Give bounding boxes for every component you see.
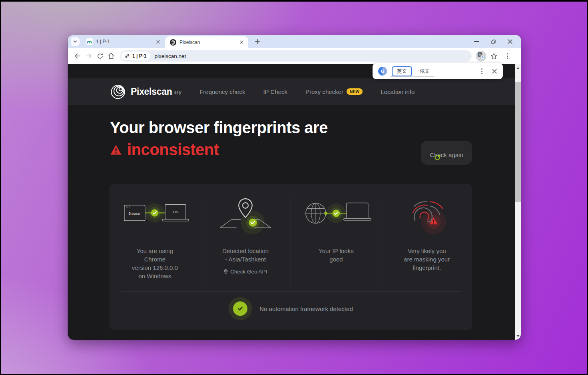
forward-button[interactable]: [83, 50, 94, 62]
horizontal-divider: [121, 291, 461, 292]
back-arrow-icon: [74, 52, 82, 60]
profile-favicon-icon: [86, 38, 93, 45]
site-pill-label: 1 | P-1: [132, 53, 146, 59]
panel-ip-text: Your IP looks good: [319, 247, 354, 263]
nav-proxy-checker[interactable]: Proxy checkerNEW: [305, 88, 363, 95]
translate-popup: G 英文 俄文: [373, 63, 503, 79]
page-scrollbar: [515, 64, 521, 340]
pixelscan-logo[interactable]: Pixelscan: [110, 78, 174, 105]
site-nav: Summary Frequency check IP Check Proxy c…: [156, 78, 415, 105]
nav-ip-check[interactable]: IP Check: [263, 88, 287, 95]
close-icon: [508, 39, 512, 44]
panel-location-text: Detected location - Asia/Tashkent: [222, 247, 269, 263]
browser-os-match-icon: Browser OS: [118, 195, 192, 236]
desktop-background: 1 | P-1 Pixelscan: [0, 0, 588, 375]
bookmark-button[interactable]: [488, 50, 499, 62]
chevron-down-icon: [72, 39, 78, 44]
close-icon: [156, 40, 160, 44]
refresh-green-icon: [434, 154, 441, 161]
home-button[interactable]: [106, 50, 117, 62]
location-check-icon: [208, 193, 283, 237]
nav-location-info[interactable]: Location info: [381, 88, 415, 95]
ip-check-icon: [299, 195, 373, 236]
tab-title: 1 | P-1: [96, 39, 155, 44]
minimize-icon: [474, 41, 479, 42]
tab-close-button[interactable]: [155, 38, 161, 45]
site-header: Summary Frequency check IP Check Proxy c…: [68, 78, 515, 105]
panel-location: Detected location - Asia/Tashkent Check …: [200, 184, 291, 286]
check-again-label: Check again: [421, 152, 472, 158]
new-badge: NEW: [347, 88, 363, 95]
translate-popup-actions: [480, 67, 497, 75]
scroll-up-button[interactable]: [515, 65, 521, 71]
panel-ip: Your IP looks good: [291, 184, 382, 286]
tab-title: Pixelscan: [179, 40, 238, 45]
translate-target-tab[interactable]: 俄文: [415, 66, 435, 76]
triangle-down-icon: [516, 335, 520, 337]
fingerprint-alert-icon: [390, 193, 464, 237]
panel-browser-os: Browser OS You are using Chrom: [110, 184, 200, 286]
automation-check-glow: [229, 297, 252, 320]
url-text: pixelscan.net: [154, 53, 186, 59]
panel-browser-os-text: You are using Chrome version 126.0.0.0 o…: [132, 247, 178, 280]
nav-proxy-label: Proxy checker: [305, 88, 343, 95]
browser-toolbar: 1 | P-1 pixelscan.net 文 G: [68, 48, 521, 64]
translate-icon: 文 G: [477, 52, 485, 60]
scroll-down-button[interactable]: [515, 333, 521, 339]
plus-icon: [255, 39, 260, 44]
page-title-line2: inconsistent: [110, 141, 219, 159]
nav-frequency-check[interactable]: Frequency check: [199, 88, 245, 95]
tune-icon: [124, 53, 130, 59]
page-content: Summary Frequency check IP Check Proxy c…: [68, 64, 521, 340]
forward-arrow-icon: [85, 52, 93, 60]
page-title-line1: Your browser fingerprints are: [110, 119, 328, 137]
svg-text:Browser: Browser: [129, 211, 141, 215]
close-icon: [240, 40, 243, 44]
brand-name: Pixelscan: [131, 86, 172, 97]
svg-text:OS: OS: [173, 210, 178, 214]
browser-menu-button[interactable]: [506, 52, 509, 60]
panel-fingerprint: Very likely you are masking your fingerp…: [381, 184, 472, 286]
site-info-pill[interactable]: 1 | P-1: [121, 52, 150, 60]
automation-status-row: No automation framework detected: [110, 297, 472, 320]
google-translate-icon: G: [378, 67, 387, 76]
refresh-icon: [96, 52, 104, 60]
back-button[interactable]: [72, 50, 83, 62]
restore-button[interactable]: [486, 36, 500, 47]
check-geo-api-link[interactable]: Check Geo API: [224, 269, 267, 275]
translate-options-button[interactable]: [480, 67, 484, 75]
pixelscan-spiral-icon: [110, 83, 127, 100]
tab-pixelscan[interactable]: Pixelscan: [165, 36, 248, 48]
translate-tabs-underline: [390, 76, 434, 77]
close-window-button[interactable]: [503, 36, 517, 47]
translate-button[interactable]: 文 G: [476, 51, 486, 62]
svg-text:G: G: [381, 69, 385, 74]
status-word: inconsistent: [127, 141, 219, 159]
translate-close-button[interactable]: [492, 69, 497, 74]
pixelscan-favicon-icon: [170, 39, 176, 46]
svg-text:G: G: [481, 56, 484, 59]
window-controls: [470, 35, 521, 48]
new-tab-button[interactable]: [253, 37, 262, 46]
tab-profile[interactable]: 1 | P-1: [82, 35, 165, 48]
check-geo-api-label: Check Geo API: [230, 269, 267, 275]
check-icon: [237, 305, 244, 312]
browser-window: 1 | P-1 Pixelscan: [68, 35, 521, 340]
tab-search-button[interactable]: [71, 37, 80, 46]
tab-close-button[interactable]: [238, 39, 245, 46]
refresh-button[interactable]: [94, 50, 106, 62]
panel-divider: [379, 196, 379, 286]
check-again-button[interactable]: Check again: [421, 141, 472, 165]
address-bar[interactable]: 1 | P-1 pixelscan.net: [120, 50, 472, 62]
panel-divider: [291, 196, 291, 286]
star-icon: [490, 52, 498, 60]
restore-icon: [490, 39, 496, 45]
panel-fingerprint-text: Very likely you are masking your fingerp…: [404, 247, 450, 272]
triangle-up-icon: [516, 67, 520, 69]
scrollbar-thumb[interactable]: [515, 82, 521, 202]
minimize-button[interactable]: [470, 36, 483, 47]
home-icon: [107, 52, 115, 60]
toolbar-right: 文 G: [476, 50, 509, 62]
translate-source-tab[interactable]: 英文: [392, 66, 412, 76]
results-card: Browser OS You are using Chrom: [110, 184, 472, 330]
